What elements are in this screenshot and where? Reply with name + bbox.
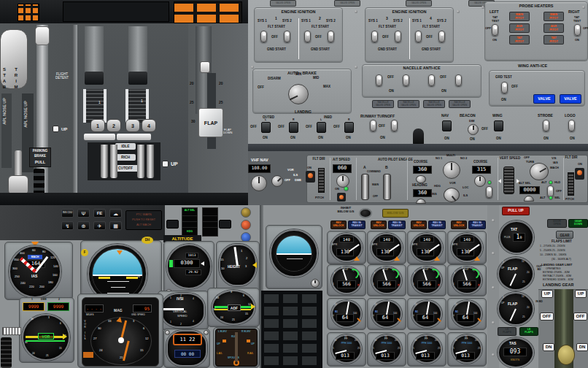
fuel-lever-1[interactable]	[101, 145, 108, 178]
nav-light-switch[interactable]	[442, 120, 452, 131]
reverse-lever-12[interactable]	[85, 72, 104, 85]
ptc-warn-annunciator[interactable]: PTC WARN PUSH TO RESET ALT MACH	[125, 210, 162, 230]
pull-up-annunciator: PULL UP	[502, 207, 530, 215]
lit-button-grid-large[interactable]	[174, 1, 242, 23]
ias-300: 300	[12, 267, 18, 270]
nacelle-switch-4[interactable]	[455, 74, 462, 86]
ignition-toggle-4b[interactable]	[438, 31, 445, 42]
autothrottle-disconnect-button[interactable]	[219, 220, 231, 229]
landing-light-switch-1[interactable]	[261, 122, 271, 133]
fuel-lever-3[interactable]	[137, 145, 144, 178]
runway-turnoff-switch-1[interactable]	[370, 120, 376, 131]
probe-right-switch[interactable]	[574, 24, 581, 36]
nacelle-switch-1[interactable]	[376, 74, 382, 86]
ignition-toggle-1a[interactable]	[260, 31, 267, 42]
fd-left-switch[interactable]	[306, 171, 315, 183]
rmi-15: 15	[59, 348, 62, 350]
beacon-knob[interactable]	[468, 124, 479, 135]
fuel-lever-4[interactable]	[147, 145, 154, 178]
landing-light-switch-2[interactable]	[289, 122, 298, 133]
ias-240: 240	[20, 282, 26, 285]
throttle-lever-4[interactable]: 4	[142, 119, 156, 132]
wing-light-switch[interactable]	[494, 120, 503, 131]
alt-sel-knob[interactable]	[524, 196, 534, 202]
throttle-lever-1[interactable]: 1	[90, 119, 105, 132]
weather-icon[interactable]: ☁	[109, 209, 122, 218]
ignition-toggle-2a[interactable]	[304, 31, 311, 42]
flap-aux-handle[interactable]	[200, 61, 210, 73]
at-arm-switch[interactable]	[337, 193, 346, 202]
flight-engineer-button[interactable]: FE	[93, 209, 106, 218]
gear-lever-shaft[interactable]	[560, 289, 568, 349]
auto-brake-selector-knob[interactable]	[288, 84, 309, 104]
vert-speed-wheel[interactable]	[503, 166, 514, 194]
amber-warning-lamp[interactable]	[241, 207, 251, 218]
heading-knob[interactable]	[416, 199, 426, 204]
strobe-switch[interactable]	[543, 120, 549, 131]
ins-cdu-button[interactable]: INS CDU	[61, 209, 74, 218]
red-warning-lamp[interactable]	[241, 220, 251, 230]
course-left-knob[interactable]	[416, 175, 426, 183]
aux-pitot-annunciator-l: AUXPITOT	[509, 23, 530, 33]
at-speed-knob[interactable]	[336, 175, 349, 188]
flap-lever-handle[interactable]: FLAP	[198, 108, 223, 137]
fd-left-pitch-wheel[interactable]	[318, 168, 325, 193]
fuel-lever-2[interactable]	[110, 145, 117, 178]
mode-select-knob[interactable]	[444, 188, 460, 202]
gear-lever-knob[interactable]	[557, 345, 575, 365]
bb-toggle[interactable]	[486, 186, 492, 198]
rmi-6: 6	[60, 323, 61, 325]
runway-turnoff-switch-2[interactable]	[391, 120, 398, 131]
ivsi-2-up: 2	[180, 295, 182, 298]
ignition-toggle-3b[interactable]	[395, 31, 401, 42]
ap-b-lever[interactable]	[383, 174, 391, 200]
grd-test-switch[interactable]	[501, 82, 508, 93]
rudder-trim-wheel[interactable]	[1, 337, 12, 368]
beacon-title: BEACON	[460, 114, 476, 118]
fd-right-switch[interactable]	[575, 168, 584, 180]
probe-left-switch[interactable]	[492, 24, 498, 36]
ap-command-label: COMMAND	[367, 171, 381, 174]
logo-switch[interactable]	[568, 120, 575, 131]
throttle-lever-2[interactable]: 2	[107, 119, 121, 132]
gear-button[interactable]: GEAR	[556, 231, 573, 239]
parking-brake-handle[interactable]	[34, 169, 45, 195]
electrical-icon[interactable]: ↯	[61, 221, 74, 230]
ignition-toggle-3a[interactable]	[371, 31, 378, 42]
radio-stack-icon[interactable]: Ψ	[77, 209, 90, 218]
egt-value: 566	[457, 280, 476, 288]
nacelle-switch-2[interactable]	[403, 74, 409, 86]
nacelle-switch-3[interactable]	[428, 74, 435, 86]
autopilot-disconnect-button[interactable]	[166, 220, 179, 229]
panel-grid-icon[interactable]: ▦	[109, 221, 122, 230]
clock-knob-1[interactable]	[165, 330, 170, 335]
standby-adi-cage-knob[interactable]	[311, 279, 320, 288]
landing-light-switch-4[interactable]	[344, 122, 354, 133]
landing-light-switch-3[interactable]	[317, 122, 326, 133]
radio-keypad[interactable]	[261, 291, 322, 368]
trim-lever-handle[interactable]	[35, 26, 50, 45]
gs-inhibit-button[interactable]	[359, 208, 372, 218]
fd-right-pitch-wheel[interactable]	[568, 172, 574, 196]
systems-icon[interactable]: ⊕	[77, 221, 90, 230]
ap-a-lever[interactable]	[361, 174, 369, 200]
throttle-lever-3[interactable]: 3	[125, 119, 140, 132]
speedbrake-lever-handle[interactable]	[8, 175, 28, 195]
clock-knob-2[interactable]	[204, 330, 209, 335]
adi-pitch-bar	[107, 281, 129, 282]
vhf-nav-tune-knob[interactable]	[251, 175, 267, 191]
aircraft-icon[interactable]: ✈	[93, 221, 106, 230]
ignition-toggle-1b[interactable]	[284, 31, 290, 42]
pitch-select-knob[interactable]	[530, 163, 549, 180]
nacelle-valve-open-3: NACELLEVALVE OPEN	[423, 100, 445, 108]
strobe-title: STROBE	[538, 114, 553, 118]
flap-scale-20-l: 20	[190, 82, 194, 85]
fd-switch-cap	[308, 173, 313, 178]
ignition-toggle-4a[interactable]	[415, 31, 422, 42]
reverse-lever-34[interactable]	[128, 72, 147, 85]
lit-button-grid-small[interactable]	[18, 4, 39, 21]
course-right-knob[interactable]	[474, 175, 486, 187]
ignition-toggle-2b[interactable]	[328, 31, 334, 42]
nav-select-knob[interactable]	[443, 161, 460, 179]
vhf-nav-mode-knob[interactable]	[271, 175, 283, 187]
